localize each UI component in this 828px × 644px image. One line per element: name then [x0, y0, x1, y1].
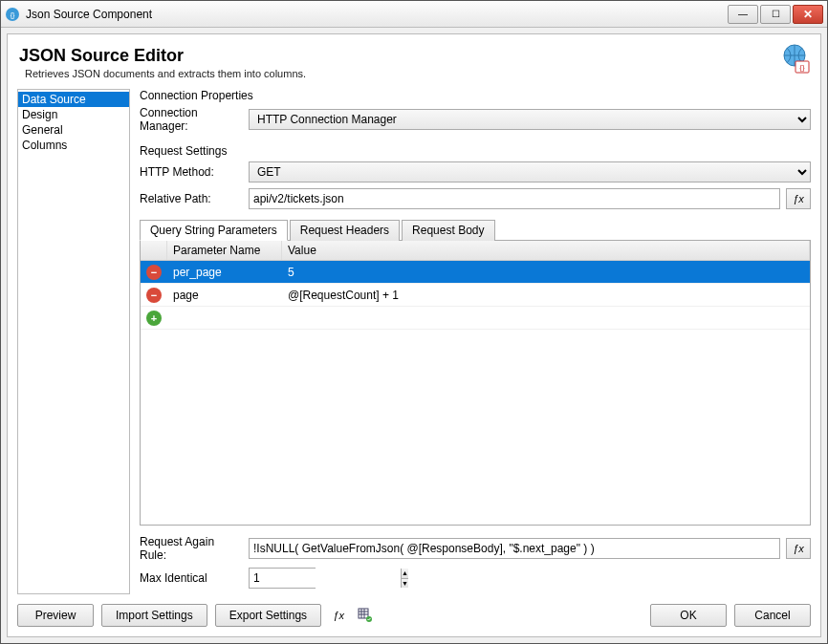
param-name-cell[interactable]: per_page [167, 264, 282, 281]
max-identical-spinner[interactable]: ▲ ▼ [249, 568, 316, 589]
request-again-rule-label: Request Again Rule: [140, 535, 243, 562]
svg-text:{}: {} [799, 63, 805, 72]
request-settings-label: Request Settings [140, 144, 811, 158]
globe-json-icon: {} [778, 42, 811, 75]
request-again-fx-button[interactable]: ƒx [786, 538, 811, 559]
minimize-button[interactable]: — [728, 5, 758, 24]
max-identical-label: Max Identical [140, 571, 243, 585]
grid-row-new[interactable]: + [141, 307, 810, 330]
grid-row[interactable]: − page @[RequestCount] + 1 [141, 284, 810, 307]
param-name-cell[interactable]: page [167, 287, 282, 304]
fx-icon[interactable]: ƒx [329, 606, 348, 625]
remove-row-icon[interactable]: − [146, 265, 162, 280]
ok-button[interactable]: OK [650, 604, 727, 627]
titlebar: {} Json Source Component — ☐ ✕ [1, 1, 827, 28]
maximize-button[interactable]: ☐ [760, 5, 791, 24]
parameters-grid: Parameter Name Value − per_page 5 − page… [140, 241, 811, 526]
import-settings-button[interactable]: Import Settings [101, 604, 207, 627]
page-title: JSON Source Editor [19, 46, 778, 66]
relative-path-input[interactable] [249, 188, 780, 209]
footer-bar: Preview Import Settings Export Settings … [17, 594, 811, 627]
window-title: Json Source Component [26, 8, 728, 21]
sidebar: Data Source Design General Columns [17, 89, 130, 594]
param-value-cell[interactable]: @[RequestCount] + 1 [282, 287, 810, 304]
sidebar-item-general[interactable]: General [18, 122, 129, 138]
param-tabs: Query String Parameters Request Headers … [140, 219, 811, 241]
relative-path-label: Relative Path: [140, 192, 243, 205]
relative-path-fx-button[interactable]: ƒx [786, 188, 811, 209]
grid-header: Parameter Name Value [141, 241, 810, 261]
sidebar-item-columns[interactable]: Columns [18, 138, 129, 153]
content-panel: Connection Properties Connection Manager… [140, 89, 811, 594]
connection-properties-label: Connection Properties [140, 89, 811, 102]
spinner-down-icon[interactable]: ▼ [401, 578, 408, 589]
column-parameter-name: Parameter Name [167, 241, 282, 260]
export-settings-button[interactable]: Export Settings [215, 604, 321, 627]
tab-request-headers[interactable]: Request Headers [290, 220, 400, 241]
preview-button[interactable]: Preview [17, 604, 94, 627]
sidebar-item-design[interactable]: Design [18, 107, 129, 122]
connection-manager-select[interactable]: HTTP Connection Manager [249, 109, 811, 130]
http-method-select[interactable]: GET [249, 161, 811, 182]
add-row-icon[interactable]: + [146, 311, 162, 326]
request-again-rule-input[interactable] [249, 538, 780, 559]
svg-rect-5 [359, 609, 368, 618]
spinner-up-icon[interactable]: ▲ [401, 569, 408, 578]
column-value: Value [282, 241, 810, 260]
sidebar-item-data-source[interactable]: Data Source [18, 92, 129, 107]
svg-text:{}: {} [11, 11, 15, 19]
close-button[interactable]: ✕ [793, 5, 823, 24]
remove-row-icon[interactable]: − [146, 288, 162, 303]
connection-manager-label: Connection Manager: [140, 106, 243, 133]
grid-options-icon[interactable] [356, 606, 375, 625]
dialog-body: JSON Source Editor Retrieves JSON docume… [7, 33, 821, 637]
param-value-cell[interactable]: 5 [282, 264, 810, 281]
tab-request-body[interactable]: Request Body [402, 220, 494, 241]
page-subtitle: Retrieves JSON documents and extracts th… [25, 68, 778, 79]
app-icon: {} [5, 7, 20, 22]
tab-query-string-parameters[interactable]: Query String Parameters [140, 220, 288, 241]
http-method-label: HTTP Method: [140, 165, 243, 179]
grid-row[interactable]: − per_page 5 [141, 261, 810, 284]
cancel-button[interactable]: Cancel [734, 604, 811, 627]
max-identical-input[interactable] [250, 569, 401, 588]
window-frame: {} Json Source Component — ☐ ✕ JSON Sour… [0, 0, 828, 644]
